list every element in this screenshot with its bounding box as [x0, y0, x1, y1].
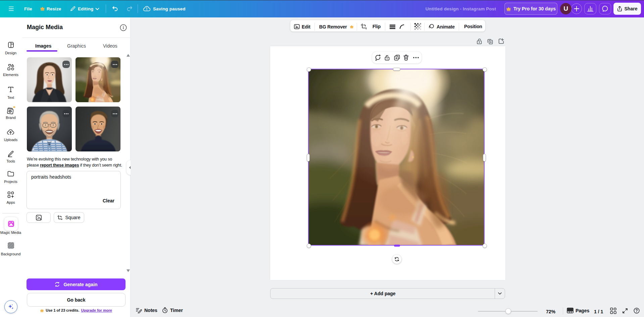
svg-text:CO: CO — [9, 111, 12, 112]
